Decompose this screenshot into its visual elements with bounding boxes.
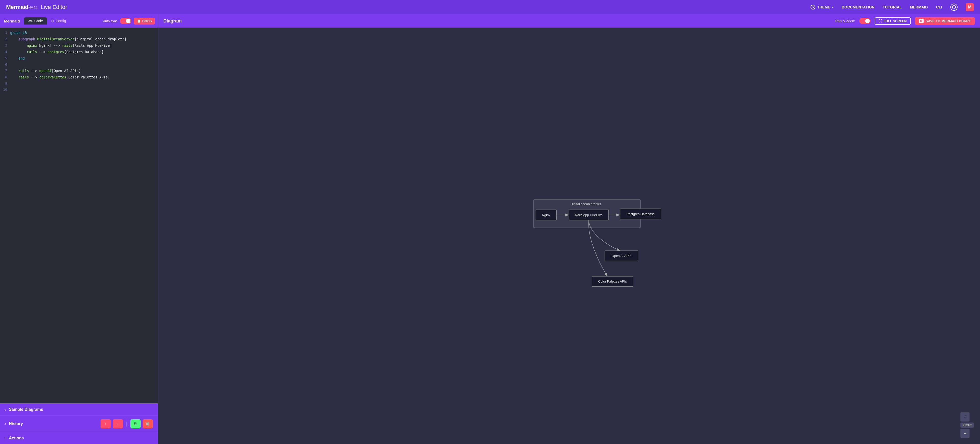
- fullscreen-button[interactable]: ⛶ FULL SCREEN: [875, 18, 911, 25]
- github-icon[interactable]: [950, 3, 958, 11]
- sample-diagrams-section[interactable]: › Sample Diagrams: [0, 403, 158, 415]
- logo-name: Mermaid: [6, 4, 28, 11]
- rails-node: Rails App HueHive: [569, 210, 609, 220]
- logo-version: v10.6.1: [28, 6, 38, 9]
- postgres-node: Postgres Database: [620, 209, 661, 219]
- svg-text:Postgres Database: Postgres Database: [627, 212, 655, 216]
- download-button[interactable]: ↓: [113, 419, 123, 428]
- nav-theme-label: THEME: [817, 5, 830, 9]
- upload-button[interactable]: ↑: [100, 419, 111, 428]
- chevron-right-icon-actions: ›: [5, 436, 6, 440]
- zoom-reset-button[interactable]: RESET: [960, 423, 974, 428]
- code-line-4: 4 rails --> postgres[Postgres Database]: [0, 49, 158, 55]
- docs-icon: 📋: [137, 19, 141, 23]
- svg-text:Rails App HueHive: Rails App HueHive: [575, 213, 603, 217]
- openai-node: Open AI APIs: [605, 251, 638, 261]
- delete-button[interactable]: 🗑: [143, 419, 153, 428]
- code-line-1: 1 graph LR: [0, 30, 158, 36]
- nav-documentation[interactable]: DOCUMENTATION: [842, 5, 875, 9]
- chevron-down-icon: ▾: [832, 6, 834, 9]
- zoom-controls: + RESET −: [960, 412, 974, 438]
- code-line-3: 3 nginx[Nginx] --> rails[Rails App HueHi…: [0, 42, 158, 49]
- bottom-sections: › Sample Diagrams › History ↑ ↓ | ⎘: [0, 403, 158, 444]
- diagram-controls: Pan & Zoom ⛶ FULL SCREEN M SAVE TO MERMA…: [835, 17, 975, 25]
- diagram-svg: Digital ocean droplet Nginx Rails App Hu…: [531, 195, 659, 297]
- nginx-node: Nginx: [536, 210, 556, 220]
- nav-cli[interactable]: CLI: [936, 5, 942, 9]
- zoom-in-button[interactable]: +: [960, 412, 969, 422]
- config-icon: ⚙: [51, 19, 54, 23]
- upload-icon: ↑: [105, 422, 107, 426]
- sample-diagrams-label: Sample Diagrams: [9, 407, 43, 412]
- docs-button[interactable]: 📋 DOCS: [134, 18, 155, 24]
- save-to-mermaid-button[interactable]: M SAVE TO MERMAID CHART: [915, 17, 975, 25]
- svg-text:Color Palettes APIs: Color Palettes APIs: [598, 279, 627, 283]
- divider: |: [125, 421, 128, 427]
- history-label: History: [9, 422, 23, 426]
- code-line-10: 10: [0, 86, 158, 93]
- flowchart-area: Digital ocean droplet Nginx Rails App Hu…: [531, 195, 659, 298]
- colorpalettes-node: Color Palettes APIs: [592, 276, 633, 286]
- history-section[interactable]: › History ↑ ↓ | ⎘ 🗑: [0, 415, 158, 432]
- code-line-7: 7 rails --> openAI[Open AI APIs]: [0, 68, 158, 74]
- subgraph-label: Digital ocean droplet: [571, 202, 601, 206]
- download-icon: ↓: [117, 422, 119, 426]
- chevron-right-icon: ›: [5, 407, 6, 412]
- copy-icon: ⎘: [134, 422, 137, 426]
- code-line-9: 9: [0, 80, 158, 86]
- plus-icon: +: [963, 414, 966, 420]
- right-panel: Diagram Pan & Zoom ⛶ FULL SCREEN M SAVE …: [158, 14, 980, 444]
- nav-tutorial[interactable]: TUTORIAL: [883, 5, 902, 9]
- editor-tabs-bar: Mermaid </> Code ⚙ Config Auto sync 📋 DO…: [0, 14, 158, 27]
- history-actions: ↑ ↓ | ⎘ 🗑: [100, 419, 153, 428]
- app-logo: Mermaid v10.6.1 Live Editor: [6, 4, 67, 11]
- nav-mermaid[interactable]: MERMAID: [910, 5, 928, 9]
- code-editor[interactable]: 1 graph LR 2 subgraph DigitalOceanServer…: [0, 27, 158, 403]
- fullscreen-icon: ⛶: [879, 19, 882, 23]
- main-nav: THEME ▾ DOCUMENTATION TUTORIAL MERMAID C…: [810, 3, 974, 11]
- code-line-6: 6: [0, 62, 158, 68]
- code-line-8: 8 rails --> colorPalettes[Color Palettes…: [0, 74, 158, 80]
- mermaid-m-badge[interactable]: M: [966, 3, 974, 11]
- auto-sync-label: Auto sync: [103, 19, 118, 23]
- auto-sync-toggle[interactable]: [120, 18, 131, 24]
- actions-section[interactable]: › Actions: [0, 432, 158, 444]
- copy-button[interactable]: ⎘: [130, 419, 141, 428]
- minus-icon: −: [963, 430, 966, 436]
- mermaid-save-icon: M: [919, 19, 924, 23]
- theme-icon: [810, 4, 816, 10]
- pan-zoom-label: Pan & Zoom: [835, 19, 855, 23]
- trash-icon: 🗑: [146, 422, 150, 426]
- left-panel: Mermaid </> Code ⚙ Config Auto sync 📋 DO…: [0, 14, 158, 444]
- app-header: Mermaid v10.6.1 Live Editor THEME ▾ DOCU…: [0, 0, 980, 14]
- actions-label: Actions: [9, 436, 24, 441]
- main-content: Mermaid </> Code ⚙ Config Auto sync 📋 DO…: [0, 14, 980, 444]
- diagram-title: Diagram: [163, 18, 182, 24]
- nav-theme[interactable]: THEME ▾: [810, 4, 834, 10]
- zoom-out-button[interactable]: −: [960, 429, 969, 438]
- svg-text:Nginx: Nginx: [542, 213, 550, 217]
- diagram-canvas[interactable]: Digital ocean droplet Nginx Rails App Hu…: [158, 27, 980, 444]
- tab-code[interactable]: </> Code: [24, 18, 47, 24]
- code-line-5: 5 end: [0, 55, 158, 62]
- svg-text:Open AI APIs: Open AI APIs: [611, 254, 632, 258]
- pan-zoom-toggle[interactable]: [859, 18, 870, 24]
- tab-config[interactable]: ⚙ Config: [47, 18, 70, 24]
- diagram-header: Diagram Pan & Zoom ⛶ FULL SCREEN M SAVE …: [158, 14, 980, 27]
- editor-mermaid-label: Mermaid: [3, 19, 24, 23]
- code-line-2: 2 subgraph DigitalOceanServer["Digital o…: [0, 36, 158, 42]
- code-icon: </>: [28, 19, 33, 23]
- auto-sync-area: Auto sync 📋 DOCS: [103, 18, 155, 24]
- app-subtitle: Live Editor: [41, 4, 67, 11]
- chevron-right-icon-history: ›: [5, 422, 6, 426]
